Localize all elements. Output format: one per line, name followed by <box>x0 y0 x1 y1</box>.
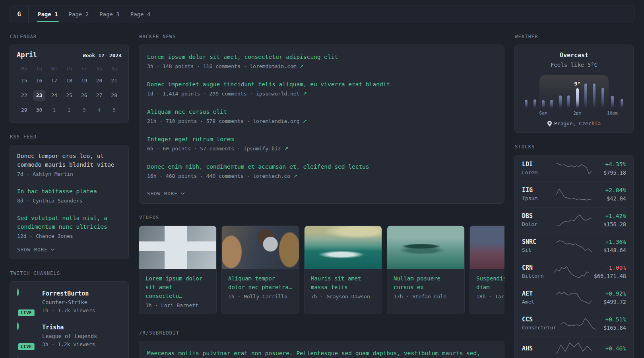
tab-page-3[interactable]: Page 3 <box>99 6 120 23</box>
left-column: CALENDAR April Week 17·2024 Mo Tu We Th … <box>10 34 129 358</box>
calendar-day: 22 <box>18 90 30 101</box>
stock-row[interactable]: CCS Consectetur +0.51% $165.84 <box>522 311 626 337</box>
stock-values: -1.00% $66,171.48 <box>594 264 626 280</box>
stock-row[interactable]: CRN Bitcorn -1.00% $66,171.48 <box>522 259 626 285</box>
weather-bar <box>601 88 604 108</box>
weather-hour-column <box>564 72 573 117</box>
calendar-card: April Week 17·2024 Mo Tu We Th Fr Sa Su … <box>10 45 129 123</box>
calendar-month: April <box>17 51 37 59</box>
stock-identity: IIG Ipsum <box>522 186 552 202</box>
video-meta: 7h · Grayson Dawson <box>311 294 375 300</box>
calendar-week-number: Week 17 <box>83 53 105 58</box>
weather-hour-column <box>582 72 590 117</box>
tab-page-1[interactable]: Page 1 <box>38 6 58 23</box>
videos-widget-title: VIDEOS <box>139 215 504 220</box>
stock-symbol: LDI <box>522 160 552 169</box>
dashboard-columns: CALENDAR April Week 17·2024 Mo Tu We Th … <box>0 34 644 358</box>
stock-name: Dolor <box>522 220 552 228</box>
weather-widget: WEATHER Overcast Feels like 5°C 6am9°2pm… <box>514 34 634 133</box>
external-link-icon: ↗ <box>303 91 307 97</box>
video-thumbnail <box>222 226 299 269</box>
stock-row[interactable]: DBS Dolor +1.42% $156.28 <box>522 207 626 233</box>
calendar-day: 15 <box>18 75 30 86</box>
live-badge: LIVE <box>17 309 35 317</box>
hn-story[interactable]: Integer eget rutrum lorem 6h · 60 points… <box>147 135 496 153</box>
rss-item[interactable]: In hac habitasse platea 8d · Cynthia Sau… <box>17 187 121 205</box>
calendar-dow: Tu <box>36 66 42 72</box>
tab-page-2[interactable]: Page 2 <box>69 6 89 23</box>
subreddit-post-title: Maecenas mollis pulvinar erat non posuer… <box>147 349 496 358</box>
calendar-day: 18 <box>63 75 75 86</box>
rss-item[interactable]: Donec tempor eros leo, ut commodo mauris… <box>17 152 121 178</box>
weather-feels-like: Feels like 5°C <box>522 62 626 68</box>
stock-change: -1.00% <box>594 264 626 272</box>
stock-row[interactable]: AET Amet +0.92% $499.72 <box>522 285 626 311</box>
calendar-grid: Mo Tu We Th Fr Sa Su 15 16 17 18 19 20 2… <box>17 66 122 116</box>
videos-row: Lorem ipsum dolor sit amet consectetu… 1… <box>139 226 504 314</box>
stock-identity: AHS <box>522 344 552 353</box>
calendar-widget-title: CALENDAR <box>10 34 129 39</box>
video-card[interactable]: Lorem ipsum dolor sit amet consectetu… 1… <box>139 226 217 314</box>
rss-widget-title: RSS FEED <box>10 134 129 140</box>
weather-bar <box>584 84 587 108</box>
hn-story[interactable]: Donec enim nibh, condimentum et accumsan… <box>147 162 496 180</box>
rss-show-more-button[interactable]: SHOW MORE <box>17 246 55 253</box>
twitch-channel-meta: 1h · 1.7k viewers <box>42 307 95 315</box>
weather-bar <box>525 100 528 108</box>
separator-dot: · <box>105 53 109 58</box>
hn-story-meta-text: 1d · 1,414 points · 299 comments · ipsum… <box>147 91 300 97</box>
stock-identity: CRN Bitcorn <box>522 264 549 280</box>
twitch-channel[interactable]: LIVE ForrestBurton Counter-Strike 1h · 1… <box>17 289 121 315</box>
weather-hour-column <box>618 72 626 117</box>
stock-identity: DBS Dolor <box>522 212 552 228</box>
app-logo[interactable]: G <box>10 6 29 23</box>
tab-page-4[interactable]: Page 4 <box>130 6 151 23</box>
weather-location: Prague, Czechia <box>522 121 626 126</box>
video-card[interactable]: Aliquam tempor dolor nec pharetra… 1h · … <box>221 226 299 314</box>
hn-story-meta-text: 3h · 148 points · 116 comments · loremdo… <box>147 63 297 69</box>
stock-price: $42.04 <box>596 195 626 202</box>
stock-row[interactable]: AHS +0.46% <box>522 337 626 358</box>
hn-story[interactable]: Lorem ipsum dolor sit amet, consectetur … <box>147 53 496 70</box>
rss-item-meta: 12d · Chance Jones <box>17 232 121 240</box>
hn-story[interactable]: Donec imperdiet augue tincidunt felis al… <box>147 80 496 98</box>
stock-change: +1.36% <box>596 238 626 246</box>
stock-change: +0.46% <box>596 344 626 353</box>
stock-row[interactable]: SNRC Sit +1.36% $148.64 <box>522 233 626 259</box>
calendar-dow: Fr <box>81 66 87 72</box>
location-pin-icon <box>547 121 552 126</box>
hn-story-meta-text: 21h · 710 points · 579 comments · loreml… <box>147 118 300 124</box>
video-info: Suspendisse diam 18h · Tara <box>470 269 504 305</box>
twitch-channel-name: ForrestBurton <box>42 290 95 298</box>
page-tabs: Page 1 Page 2 Page 3 Page 4 <box>29 6 150 23</box>
stock-sparkline <box>556 187 592 202</box>
rss-item-title: In hac habitasse platea <box>17 187 121 196</box>
weather-bar <box>567 95 570 108</box>
rss-item[interactable]: Sed volutpat nulla nisl, a condimentum n… <box>17 214 121 240</box>
calendar-day: 30 <box>33 105 45 116</box>
twitch-channel-info: Trisha League of Legends 3h · 1.2k viewe… <box>42 323 97 348</box>
subreddit-post[interactable]: Maecenas mollis pulvinar erat non posuer… <box>147 349 496 358</box>
external-link-icon: ↗ <box>303 118 307 124</box>
hn-show-more-button[interactable]: SHOW MORE <box>147 190 185 197</box>
stock-row[interactable]: LDI Lorem +4.35% $795.18 <box>522 156 626 181</box>
stock-symbol: CCS <box>522 315 556 324</box>
twitch-channel-meta: 3h · 1.2k viewers <box>42 340 97 348</box>
hn-story-meta: 3h · 148 points · 116 comments · loremdo… <box>147 62 496 70</box>
weather-location-text: Prague, Czechia <box>554 121 601 126</box>
twitch-channel[interactable]: LIVE Trisha League of Legends 3h · 1.2k … <box>17 323 121 348</box>
top-navbar: G Page 1 Page 2 Page 3 Page 4 <box>10 6 634 23</box>
video-card[interactable]: Mauris sit amet massa felis 7h · Grayson… <box>304 226 382 314</box>
hn-story-title: Integer eget rutrum lorem <box>147 135 496 144</box>
hn-story[interactable]: Aliquam nec cursus elit 21h · 710 points… <box>147 107 496 125</box>
hn-story-meta: 1d · 1,414 points · 299 comments · ipsum… <box>147 90 496 98</box>
video-card[interactable]: Nullam posuere cursus ex 17h · Stefan Co… <box>387 226 465 314</box>
calendar-day-outside: 3 <box>78 105 90 116</box>
weather-hour-column: 9°2pm <box>573 72 581 117</box>
stock-values: +4.35% $795.18 <box>596 160 626 177</box>
weather-hour-column <box>522 72 530 117</box>
stock-row[interactable]: IIG Ipsum +2.84% $42.04 <box>522 181 626 207</box>
stock-name: Ipsum <box>522 195 552 202</box>
stock-change: +1.42% <box>596 212 626 220</box>
video-card[interactable]: Suspendisse diam 18h · Tara <box>469 226 504 314</box>
